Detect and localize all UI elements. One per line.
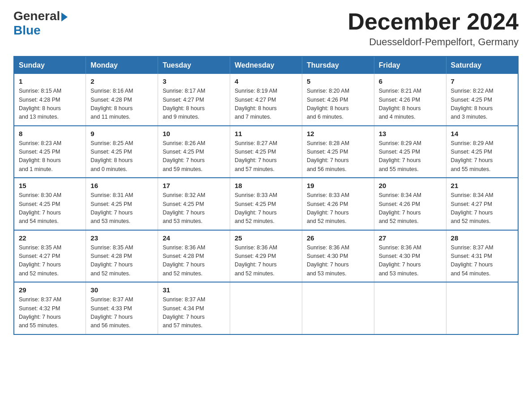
calendar-subtitle: Duesseldorf-Pempelfort, Germany (348, 36, 519, 48)
calendar-cell: 12Sunrise: 8:28 AM Sunset: 4:25 PM Dayli… (302, 126, 374, 178)
calendar-cell: 23Sunrise: 8:35 AM Sunset: 4:28 PM Dayli… (86, 230, 158, 283)
calendar-table: SundayMondayTuesdayWednesdayThursdayFrid… (13, 56, 519, 335)
day-info: Sunrise: 8:34 AM Sunset: 4:26 PM Dayligh… (379, 191, 442, 226)
calendar-cell: 14Sunrise: 8:29 AM Sunset: 4:25 PM Dayli… (446, 126, 518, 178)
day-number: 4 (235, 77, 297, 85)
calendar-week-row: 15Sunrise: 8:30 AM Sunset: 4:25 PM Dayli… (14, 178, 518, 230)
day-number: 18 (235, 182, 297, 189)
calendar-cell: 3Sunrise: 8:17 AM Sunset: 4:27 PM Daylig… (158, 74, 230, 126)
calendar-cell: 11Sunrise: 8:27 AM Sunset: 4:25 PM Dayli… (230, 126, 302, 178)
day-info: Sunrise: 8:20 AM Sunset: 4:26 PM Dayligh… (307, 87, 369, 122)
weekday-header-row: SundayMondayTuesdayWednesdayThursdayFrid… (14, 56, 518, 74)
calendar-title: December 2024 (348, 9, 519, 34)
day-number: 27 (379, 234, 442, 242)
day-info: Sunrise: 8:27 AM Sunset: 4:25 PM Dayligh… (235, 139, 297, 174)
calendar-cell: 21Sunrise: 8:34 AM Sunset: 4:27 PM Dayli… (446, 178, 518, 230)
logo-general-text: General (13, 9, 60, 23)
day-info: Sunrise: 8:32 AM Sunset: 4:25 PM Dayligh… (163, 191, 225, 226)
day-number: 16 (90, 182, 153, 189)
day-number: 25 (235, 234, 297, 242)
logo: General Blue (13, 9, 68, 38)
weekday-header-monday: Monday (86, 56, 158, 74)
day-info: Sunrise: 8:35 AM Sunset: 4:28 PM Dayligh… (90, 244, 153, 278)
calendar-cell: 16Sunrise: 8:31 AM Sunset: 4:25 PM Dayli… (86, 178, 158, 230)
calendar-cell: 8Sunrise: 8:23 AM Sunset: 4:25 PM Daylig… (14, 126, 86, 178)
weekday-header-tuesday: Tuesday (158, 56, 230, 74)
weekday-header-friday: Friday (374, 56, 446, 74)
day-number: 19 (307, 182, 369, 189)
calendar-cell (374, 282, 446, 334)
day-number: 3 (163, 77, 225, 85)
calendar-cell: 7Sunrise: 8:22 AM Sunset: 4:25 PM Daylig… (446, 74, 518, 126)
day-number: 11 (235, 130, 297, 137)
day-number: 17 (163, 182, 225, 189)
day-info: Sunrise: 8:17 AM Sunset: 4:27 PM Dayligh… (163, 87, 225, 122)
calendar-cell: 5Sunrise: 8:20 AM Sunset: 4:26 PM Daylig… (302, 74, 374, 126)
day-info: Sunrise: 8:21 AM Sunset: 4:26 PM Dayligh… (379, 87, 442, 122)
day-number: 8 (19, 130, 81, 137)
calendar-cell: 22Sunrise: 8:35 AM Sunset: 4:27 PM Dayli… (14, 230, 86, 283)
calendar-cell: 18Sunrise: 8:33 AM Sunset: 4:25 PM Dayli… (230, 178, 302, 230)
calendar-cell: 17Sunrise: 8:32 AM Sunset: 4:25 PM Dayli… (158, 178, 230, 230)
calendar-cell (230, 282, 302, 334)
day-info: Sunrise: 8:37 AM Sunset: 4:31 PM Dayligh… (451, 244, 513, 278)
day-info: Sunrise: 8:29 AM Sunset: 4:25 PM Dayligh… (379, 139, 442, 174)
calendar-cell: 1Sunrise: 8:15 AM Sunset: 4:28 PM Daylig… (14, 74, 86, 126)
calendar-week-row: 22Sunrise: 8:35 AM Sunset: 4:27 PM Dayli… (14, 230, 518, 283)
calendar-cell: 4Sunrise: 8:19 AM Sunset: 4:27 PM Daylig… (230, 74, 302, 126)
day-info: Sunrise: 8:22 AM Sunset: 4:25 PM Dayligh… (451, 87, 513, 122)
calendar-cell: 20Sunrise: 8:34 AM Sunset: 4:26 PM Dayli… (374, 178, 446, 230)
weekday-header-saturday: Saturday (446, 56, 518, 74)
day-number: 24 (163, 234, 225, 242)
day-info: Sunrise: 8:33 AM Sunset: 4:25 PM Dayligh… (235, 191, 297, 226)
calendar-cell: 15Sunrise: 8:30 AM Sunset: 4:25 PM Dayli… (14, 178, 86, 230)
day-info: Sunrise: 8:23 AM Sunset: 4:25 PM Dayligh… (19, 139, 81, 174)
calendar-cell: 10Sunrise: 8:26 AM Sunset: 4:25 PM Dayli… (158, 126, 230, 178)
calendar-cell: 19Sunrise: 8:33 AM Sunset: 4:26 PM Dayli… (302, 178, 374, 230)
day-info: Sunrise: 8:15 AM Sunset: 4:28 PM Dayligh… (19, 87, 81, 122)
day-number: 31 (163, 286, 225, 294)
calendar-cell: 26Sunrise: 8:36 AM Sunset: 4:30 PM Dayli… (302, 230, 374, 283)
day-info: Sunrise: 8:34 AM Sunset: 4:27 PM Dayligh… (451, 191, 513, 226)
weekday-header-wednesday: Wednesday (230, 56, 302, 74)
calendar-cell: 9Sunrise: 8:25 AM Sunset: 4:25 PM Daylig… (86, 126, 158, 178)
day-info: Sunrise: 8:30 AM Sunset: 4:25 PM Dayligh… (19, 191, 81, 226)
day-info: Sunrise: 8:37 AM Sunset: 4:34 PM Dayligh… (163, 295, 225, 330)
day-number: 26 (307, 234, 369, 242)
day-info: Sunrise: 8:37 AM Sunset: 4:33 PM Dayligh… (90, 295, 153, 330)
calendar-cell (446, 282, 518, 334)
day-info: Sunrise: 8:25 AM Sunset: 4:25 PM Dayligh… (90, 139, 153, 174)
calendar-cell (302, 282, 374, 334)
calendar-cell: 29Sunrise: 8:37 AM Sunset: 4:32 PM Dayli… (14, 282, 86, 334)
calendar-cell: 13Sunrise: 8:29 AM Sunset: 4:25 PM Dayli… (374, 126, 446, 178)
day-number: 30 (90, 286, 153, 294)
day-info: Sunrise: 8:16 AM Sunset: 4:28 PM Dayligh… (90, 87, 153, 122)
calendar-cell: 27Sunrise: 8:36 AM Sunset: 4:30 PM Dayli… (374, 230, 446, 283)
day-number: 20 (379, 182, 442, 189)
day-info: Sunrise: 8:28 AM Sunset: 4:25 PM Dayligh… (307, 139, 369, 174)
day-number: 6 (379, 77, 442, 85)
weekday-header-sunday: Sunday (14, 56, 86, 74)
day-number: 9 (90, 130, 153, 137)
day-number: 12 (307, 130, 369, 137)
day-number: 23 (90, 234, 153, 242)
day-number: 10 (163, 130, 225, 137)
calendar-week-row: 8Sunrise: 8:23 AM Sunset: 4:25 PM Daylig… (14, 126, 518, 178)
day-number: 13 (379, 130, 442, 137)
calendar-cell: 2Sunrise: 8:16 AM Sunset: 4:28 PM Daylig… (86, 74, 158, 126)
day-info: Sunrise: 8:31 AM Sunset: 4:25 PM Dayligh… (90, 191, 153, 226)
day-number: 7 (451, 77, 513, 85)
calendar-cell: 24Sunrise: 8:36 AM Sunset: 4:28 PM Dayli… (158, 230, 230, 283)
logo-blue-text: Blue (13, 23, 41, 37)
day-info: Sunrise: 8:36 AM Sunset: 4:30 PM Dayligh… (379, 244, 442, 278)
page-header: General Blue December 2024 Duesseldorf-P… (13, 9, 519, 48)
day-info: Sunrise: 8:26 AM Sunset: 4:25 PM Dayligh… (163, 139, 225, 174)
calendar-title-block: December 2024 Duesseldorf-Pempelfort, Ge… (348, 9, 519, 48)
day-info: Sunrise: 8:19 AM Sunset: 4:27 PM Dayligh… (235, 87, 297, 122)
calendar-week-row: 29Sunrise: 8:37 AM Sunset: 4:32 PM Dayli… (14, 282, 518, 334)
calendar-week-row: 1Sunrise: 8:15 AM Sunset: 4:28 PM Daylig… (14, 74, 518, 126)
logo-arrow-icon (61, 13, 68, 21)
day-info: Sunrise: 8:36 AM Sunset: 4:29 PM Dayligh… (235, 244, 297, 278)
day-info: Sunrise: 8:36 AM Sunset: 4:30 PM Dayligh… (307, 244, 369, 278)
day-info: Sunrise: 8:35 AM Sunset: 4:27 PM Dayligh… (19, 244, 81, 278)
